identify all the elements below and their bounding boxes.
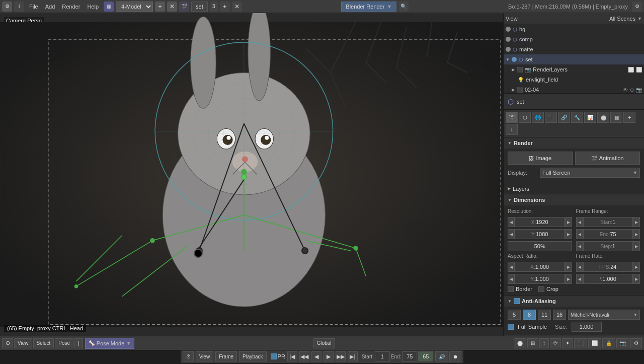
close-view-icon[interactable]: ✕ bbox=[167, 2, 177, 12]
end-left[interactable]: ◀ bbox=[576, 229, 583, 239]
fps-right[interactable]: ▶ bbox=[633, 262, 640, 272]
res-y-right[interactable]: ▶ bbox=[565, 229, 572, 239]
mode-select[interactable]: 4-Model bbox=[116, 2, 153, 12]
view-menu[interactable]: View bbox=[506, 16, 518, 22]
pose-btn[interactable]: Pose bbox=[55, 338, 73, 348]
start-right[interactable]: ▶ bbox=[633, 217, 640, 227]
global-icon[interactable]: ⊙ bbox=[2, 338, 13, 348]
outliner-item-02-04[interactable]: ▶ ⬛ 02-04 👁 ⊙ 📷 bbox=[504, 85, 644, 94]
crop-checkbox[interactable] bbox=[538, 286, 544, 292]
end-value[interactable]: End: 75 bbox=[583, 229, 633, 239]
tab-render[interactable]: 🎬 bbox=[506, 112, 518, 123]
rl-icon2[interactable]: ⬜ bbox=[636, 67, 642, 72]
icon-btn-9[interactable]: 📷 bbox=[616, 338, 629, 348]
percent-field[interactable]: 50% bbox=[508, 241, 572, 251]
res-y-value[interactable]: Y: 1080 bbox=[515, 229, 565, 239]
tab-world[interactable]: 🌐 bbox=[532, 112, 544, 123]
tl-current-frame[interactable]: 65 bbox=[418, 351, 433, 361]
pr-checkbox[interactable] bbox=[271, 353, 277, 359]
close-icon[interactable]: ✕ bbox=[232, 2, 242, 12]
fps2-value[interactable]: /: 1.000 bbox=[583, 274, 633, 284]
end-right[interactable]: ▶ bbox=[633, 229, 640, 239]
res-x-left[interactable]: ◀ bbox=[508, 217, 515, 227]
animation-button[interactable]: 🎬 Animation bbox=[575, 152, 640, 165]
eye-icon[interactable]: 👁 bbox=[623, 87, 628, 93]
aa-section-header[interactable]: ▼ Anti-Aliasing bbox=[504, 296, 644, 307]
step-left[interactable]: ◀ bbox=[576, 241, 583, 251]
render-icon[interactable]: 🎬 bbox=[179, 2, 189, 12]
tab-physics[interactable]: ↕ bbox=[506, 124, 518, 135]
orientation-btn[interactable]: Global bbox=[313, 338, 335, 348]
settings-icon[interactable]: ⚙ bbox=[632, 2, 642, 12]
tab-particles[interactable]: ✦ bbox=[623, 112, 635, 123]
dimensions-header[interactable]: ▼ Dimensions bbox=[504, 194, 644, 205]
size-value[interactable]: 1.000 bbox=[572, 322, 602, 332]
outliner-item-envlight[interactable]: 💡 envlight_field bbox=[504, 75, 644, 85]
ay-right[interactable]: ▶ bbox=[565, 274, 572, 284]
tab-object[interactable]: ⬛ bbox=[545, 112, 557, 123]
tl-icon1[interactable]: 🔊 bbox=[435, 351, 448, 361]
select-btn[interactable]: Select bbox=[33, 338, 54, 348]
fps2-left[interactable]: ◀ bbox=[576, 274, 583, 284]
tl-jump-start[interactable]: |◀ bbox=[287, 351, 297, 361]
tl-next[interactable]: ▶▶ bbox=[336, 351, 346, 361]
all-scenes-dropdown[interactable]: ▼ bbox=[637, 16, 642, 21]
icon-btn-6[interactable]: ⬛ bbox=[574, 338, 587, 348]
aa-btn-11[interactable]: 11 bbox=[538, 310, 551, 320]
ax-left[interactable]: ◀ bbox=[508, 262, 515, 272]
tl-play[interactable]: ▶ bbox=[324, 351, 334, 361]
icon-btn-10[interactable]: ⚙ bbox=[630, 338, 642, 348]
blender-icon[interactable]: ⚙ bbox=[2, 2, 12, 12]
step-right[interactable]: ▶ bbox=[633, 241, 640, 251]
ay-left[interactable]: ◀ bbox=[508, 274, 515, 284]
pose-mode-btn[interactable]: 🦴 Pose Mode ▼ bbox=[85, 338, 135, 349]
res-x-right[interactable]: ▶ bbox=[565, 217, 572, 227]
fps-value[interactable]: FPS: 24 bbox=[583, 262, 633, 272]
icon-btn-1[interactable]: ⬤ bbox=[514, 338, 526, 348]
start-value[interactable]: Start: 1 bbox=[583, 217, 633, 227]
outliner-item-matte[interactable]: ⬡ matte bbox=[504, 44, 644, 54]
tab-data[interactable]: 📊 bbox=[584, 112, 596, 123]
tl-prev-frame[interactable]: ◀◀ bbox=[299, 351, 309, 361]
tl-end-value[interactable]: 75 bbox=[402, 351, 417, 361]
icon-btn-3[interactable]: ↕ bbox=[539, 338, 549, 348]
tab-modifiers[interactable]: 🔧 bbox=[571, 112, 583, 123]
tl-playback[interactable]: Playback bbox=[239, 351, 267, 361]
full-sample-checkbox[interactable] bbox=[508, 324, 514, 330]
tab-constraints[interactable]: 🔗 bbox=[558, 112, 570, 123]
border-checkbox[interactable] bbox=[508, 286, 514, 292]
menu-render[interactable]: Render bbox=[59, 3, 83, 11]
frame-num[interactable]: 3 bbox=[210, 2, 218, 12]
render-engine[interactable]: Blender Render ▼ bbox=[341, 2, 396, 12]
ax-right[interactable]: ▶ bbox=[565, 262, 572, 272]
rl-icon1[interactable]: ⬜ bbox=[628, 67, 634, 72]
outliner-item-bg[interactable]: ⬡ bg bbox=[504, 24, 644, 34]
viewport[interactable]: Camera Persp bbox=[0, 13, 503, 336]
search-icon[interactable]: 🔍 bbox=[398, 2, 409, 12]
fps-left[interactable]: ◀ bbox=[576, 262, 583, 272]
fps2-right[interactable]: ▶ bbox=[633, 274, 640, 284]
info-icon[interactable]: i bbox=[14, 2, 24, 12]
add-view-icon[interactable]: + bbox=[155, 2, 165, 12]
menu-file[interactable]: File bbox=[26, 3, 41, 11]
tl-start-value[interactable]: 1 bbox=[375, 351, 390, 361]
filter-dropdown[interactable]: Mitchell-Netravali ▼ bbox=[568, 310, 640, 320]
res-y-left[interactable]: ◀ bbox=[508, 229, 515, 239]
add-icon[interactable]: + bbox=[220, 2, 230, 12]
aa-btn-5[interactable]: 5 bbox=[508, 310, 521, 320]
display-dropdown[interactable]: Full Screen ▼ bbox=[540, 168, 640, 178]
outliner-item-comp[interactable]: ⬡ comp bbox=[504, 34, 644, 44]
view-icon[interactable]: ▦ bbox=[104, 2, 114, 12]
shading-header[interactable]: ▼ Shading bbox=[504, 335, 644, 336]
icon-btn-4[interactable]: ⟳ bbox=[550, 338, 561, 348]
menu-add[interactable]: Add bbox=[42, 3, 58, 11]
icon-btn-2[interactable]: ⊞ bbox=[527, 338, 538, 348]
tl-icon2[interactable]: ⏺ bbox=[449, 351, 461, 361]
step-value[interactable]: Step: 1 bbox=[583, 241, 633, 251]
image-button[interactable]: 🖼 Image bbox=[508, 152, 573, 165]
icon-btn-5[interactable]: ✦ bbox=[562, 338, 573, 348]
menu-help[interactable]: Help bbox=[84, 3, 102, 11]
cursor-icon[interactable]: ⊙ bbox=[630, 87, 634, 93]
aa-btn-8[interactable]: 8 bbox=[523, 310, 536, 320]
mode-btn[interactable]: | bbox=[74, 338, 83, 348]
